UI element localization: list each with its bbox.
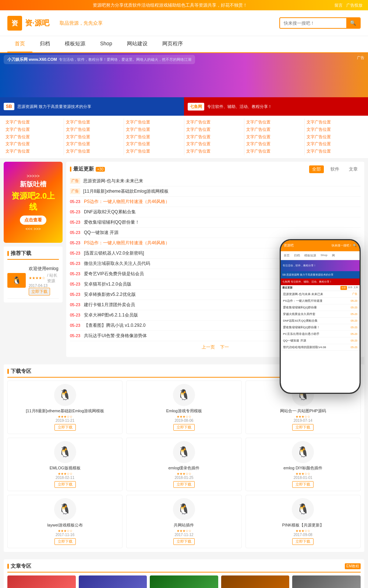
ad-link[interactable]: 文字广告位置: [66, 140, 122, 148]
ad-link[interactable]: 文字广告位置: [186, 133, 243, 141]
phone-item-title[interactable]: 爱收集缩缩辅利QQ群份量: [283, 305, 349, 309]
ad-link[interactable]: 文字广告位置: [186, 126, 243, 133]
ad-link[interactable]: 文字广告位置: [246, 148, 302, 155]
ad-link[interactable]: 文字广告位置: [66, 133, 122, 141]
ad-link[interactable]: 文字广告位置: [186, 119, 243, 126]
phone-tab-art[interactable]: 文章: [354, 286, 358, 290]
ad-link[interactable]: 文字广告位置: [6, 140, 62, 148]
phone-item-title[interactable]: 爱收集缩缩辅利QQ群份量！: [283, 325, 349, 329]
sub-banner-left: 小刀娱乐网 www.X60.COM 专注活动，软件，教程分享！爱网络，爱这里。网…: [4, 55, 195, 64]
phone-item-title[interactable]: 穿越火线黄金永久四件套: [283, 312, 349, 316]
ad-link[interactable]: 文字广告位置: [307, 148, 363, 155]
phone-item-title[interactable]: 替代访哈哈地球的固新招取V4.08: [283, 345, 349, 349]
promo-btn[interactable]: 点击查看: [20, 216, 46, 225]
download-item: 🐧 [11月8最新]xtheme基础款Emlog游戏网模板 ★★★☆☆ 2019…: [7, 381, 123, 434]
ad-link[interactable]: 文字广告位置: [126, 148, 182, 155]
nav-item-home[interactable]: 首页: [7, 36, 32, 52]
ad-link[interactable]: 文字广告位置: [66, 119, 122, 126]
prev-page-btn[interactable]: 上一页: [202, 344, 215, 350]
recent-item-title[interactable]: PS边作：一键人物照片转速漫（共46风格）: [84, 199, 361, 205]
recent-item-tag: 广告: [70, 188, 80, 194]
ad-link[interactable]: 文字广告位置: [126, 140, 182, 148]
recent-item-title[interactable]: DNF远取82天QQ累帖合集: [84, 209, 361, 215]
download-item-icon: 🐧: [54, 498, 76, 520]
logo-icon: 资: [7, 16, 22, 31]
banner-link-ad[interactable]: 广告投放: [346, 3, 362, 8]
nav-item-webpage[interactable]: 网页程序: [155, 36, 190, 52]
nav-item-archive[interactable]: 归档: [32, 36, 57, 52]
ad-link[interactable]: 文字广告位置: [246, 133, 302, 141]
download-item-btn[interactable]: 立即下载: [173, 481, 195, 488]
download-item-name: 网站合一·共站图PHP源码: [249, 408, 357, 414]
banner-link-message[interactable]: 留言: [335, 3, 343, 8]
ad-link[interactable]: 文字广告位置: [307, 133, 363, 141]
phone-nav-archive[interactable]: 归档: [293, 253, 301, 258]
download-item: 🐧 emlog DIY标颜色插件 ★★★☆☆ 2018-01-01 立即下载: [245, 438, 361, 491]
ad-link[interactable]: 文字广告位置: [126, 119, 182, 126]
ad-close-btn[interactable]: 广告: [357, 55, 364, 60]
phone-nav-home[interactable]: 首页: [282, 253, 291, 258]
ad-link[interactable]: 文字广告位置: [307, 119, 363, 126]
download-item-date: 2019-08-06: [174, 419, 193, 423]
ad-link[interactable]: 文字广告位置: [246, 119, 302, 126]
download-item-btn[interactable]: 立即下载: [54, 424, 76, 431]
article-thumb-3[interactable]: 穿越火线黄金永久四件套: [150, 575, 218, 588]
nav-item-template[interactable]: 模板短源: [57, 36, 93, 52]
phone-tab-all[interactable]: 全部: [340, 286, 347, 290]
phone-nav-website[interactable]: 网: [330, 253, 336, 258]
sub-banner-left-desc: 专注活动，软件，教程分享！爱网络，爱这里。网络人的磁火，然不尽的网络江湖: [59, 57, 191, 62]
phone-sub-banner-2-text: 七鱼网 专注软件、辅助、活动、教程分享！: [282, 280, 332, 284]
article-thumb-2[interactable]: 爱看影视CMS管理系统评码: [79, 575, 147, 588]
recent-item-title[interactable]: 思源资源网-也与未来·未来已来: [83, 178, 361, 184]
recent-item-title[interactable]: 爱收集缩缩辅利QQ群份量！: [84, 219, 361, 225]
article-thumb-5[interactable]: 爱收集缩缩辅利QQ群份量！: [292, 575, 361, 588]
phone-nav-shop[interactable]: Shop: [319, 253, 329, 258]
ad-link[interactable]: 文字广告位置: [186, 140, 243, 148]
phone-item-title[interactable]: QQ一键加速 开源: [283, 339, 349, 343]
ad-link[interactable]: 文字广告位置: [6, 126, 62, 133]
download-item-btn[interactable]: 立即下载: [173, 424, 195, 431]
phone-item-title[interactable]: PS边作：一键人物照片转速漫: [283, 299, 349, 303]
article-thumb-4[interactable]: DNF远取82天QQ累帖合集: [221, 575, 290, 588]
phone-item: PC京东出用非道白透小助手 05-23: [281, 331, 360, 337]
ad-link[interactable]: 文字广告位置: [126, 126, 182, 133]
download-item-btn[interactable]: 立即下载: [292, 481, 314, 488]
phone-item-title[interactable]: PC京东出用非道白透小助手: [283, 332, 349, 336]
ad-link[interactable]: 文字广告位置: [66, 148, 122, 155]
ad-link[interactable]: 文字广告位置: [186, 148, 243, 155]
download-item-btn[interactable]: 立即下载: [292, 424, 314, 431]
recent-item-title[interactable]: QQ一键加速 开源: [84, 230, 361, 236]
download-item-btn[interactable]: 立即下载: [292, 538, 314, 545]
nav-item-website[interactable]: 网站建设: [120, 36, 155, 52]
recent-tab-software[interactable]: 软件: [328, 165, 342, 173]
ad-link[interactable]: 文字广告位置: [307, 126, 363, 133]
ad-link[interactable]: 文字广告位置: [6, 148, 62, 155]
ad-link[interactable]: 文字广告位置: [66, 126, 122, 133]
ad-link[interactable]: 文字广告位置: [6, 133, 62, 141]
recent-tab-article[interactable]: 文章: [346, 165, 361, 173]
ad-link[interactable]: 文字广告位置: [126, 133, 182, 141]
article-section: 文章专区 EM教程 PS动作—一键人物照片转速漫 爱看影视CMS管理系统评码 穿…: [4, 559, 364, 588]
ad-link[interactable]: 文字广告位置: [246, 126, 302, 133]
ad-link[interactable]: 文字广告位置: [246, 140, 302, 148]
phone-item-title[interactable]: 思源资源网-也与未来·未来已来: [283, 292, 351, 296]
recent-title: 最近更新: [73, 166, 94, 172]
download-item-btn[interactable]: 立即下载: [173, 538, 195, 545]
ad-link[interactable]: 文字广告位置: [6, 119, 62, 126]
recommend-download-btn[interactable]: 立即下载: [29, 288, 50, 295]
article-thumb-1[interactable]: PS动作—一键人物照片转速漫: [7, 575, 76, 588]
phone-tab-soft[interactable]: 软件: [348, 286, 353, 290]
phone-item-title[interactable]: DNF远取82天QQ累帖合集: [283, 319, 349, 323]
download-item-btn[interactable]: 立即下载: [54, 538, 76, 545]
next-page-btn[interactable]: 下一: [220, 344, 229, 350]
phone-nav-template[interactable]: 模板短源: [303, 253, 318, 258]
recent-date: 05-23: [70, 251, 81, 255]
recent-item-title[interactable]: [11月8最新]xtheme基础款Emlog游戏网模板: [83, 188, 361, 195]
download-item-btn[interactable]: 立即下载: [54, 481, 76, 488]
sidebar-promo[interactable]: >>>>> 新版吐槽 资源吧2.0上线 点击查看 <<< >>>: [4, 162, 63, 243]
search-button[interactable]: 🔍: [346, 18, 360, 28]
nav-item-shop[interactable]: Shop: [93, 36, 120, 52]
recent-tab-all[interactable]: 全部: [309, 165, 324, 173]
ad-link[interactable]: 文字广告位置: [307, 140, 363, 148]
search-input[interactable]: [280, 18, 346, 28]
